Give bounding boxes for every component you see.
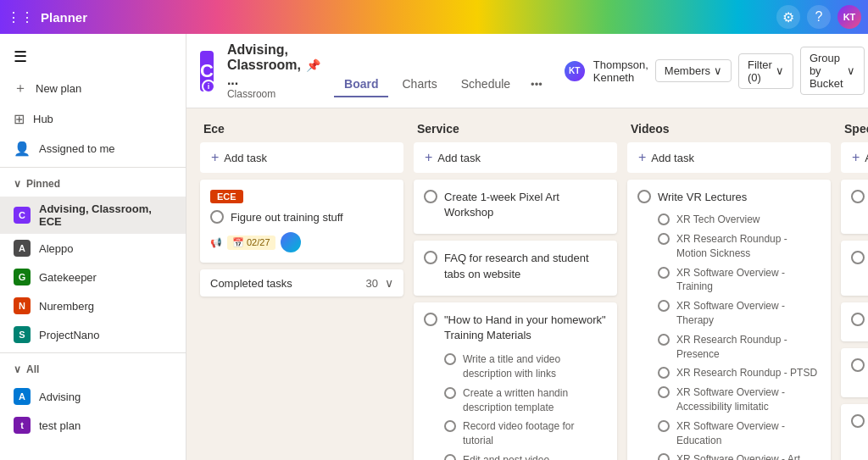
sidebar-item-gatekeeper[interactable]: G Gatekeeper: [0, 263, 186, 291]
tab-board[interactable]: Board: [334, 72, 388, 97]
completed-count: 30: [366, 277, 378, 290]
topbar-left: ⋮⋮ Planner: [7, 9, 87, 25]
column-ece: Ece + Add task ECE Figure out training s…: [200, 122, 403, 446]
user-avatar[interactable]: KT: [837, 5, 861, 29]
task-checkbox-training-mat[interactable]: [424, 313, 437, 326]
task-card-vr-lectures[interactable]: Write VR Lectures XR Tech Overview XR Re…: [627, 180, 831, 460]
task-row-training: Figure out training stuff: [210, 210, 393, 225]
sidebar: ☰ ＋ New plan ⊞ Hub 👤 Assigned to me ∨ Pi…: [0, 34, 186, 460]
task-checkbox-elder[interactable]: [851, 313, 865, 326]
assigned-label: Assigned to me: [39, 142, 115, 155]
task-card-student-sched[interactable]: Student Schedu... https://bcileau-prod2.…: [841, 404, 868, 460]
subtask-checkbox[interactable]: [444, 387, 456, 399]
sidebar-item-nuremberg[interactable]: N Nuremberg: [0, 291, 186, 320]
apps-grid-icon[interactable]: ⋮⋮: [7, 9, 34, 25]
subtask-title: Write a title and video description with…: [463, 352, 607, 381]
task-link-ss2[interactable]: https://forms.gle/...: [851, 377, 868, 387]
sidebar-item-projectnano[interactable]: S ProjectNano: [0, 320, 186, 349]
tag-ece: ECE: [210, 190, 243, 203]
tab-charts[interactable]: Charts: [392, 72, 447, 97]
task-card-faq[interactable]: FAQ for research and student tabs on web…: [414, 241, 617, 295]
subtask-cb[interactable]: [658, 453, 670, 460]
completed-tasks-row[interactable]: Completed tasks 30 ∨: [200, 269, 403, 297]
menu-button[interactable]: ☰: [0, 41, 186, 73]
task-card-training[interactable]: ECE Figure out training stuff 📢 📅 02/27: [200, 180, 403, 263]
divider-2: [0, 352, 186, 353]
filter-button[interactable]: Filter (0) ∨: [738, 53, 793, 89]
subtask-cb[interactable]: [658, 233, 670, 245]
settings-icon[interactable]: ⚙: [776, 5, 800, 29]
task-card-sit-down[interactable]: Sit down with C... story in the arc...: [841, 180, 868, 234]
hamburger-icon: ☰: [14, 47, 27, 66]
task-meta-training: 📢 📅 02/27: [210, 232, 393, 252]
sidebar-item-advising-ece[interactable]: C Advising, Classroom, ECE: [0, 197, 186, 234]
add-task-service[interactable]: + Add task: [414, 142, 617, 173]
subtask-checkbox[interactable]: [444, 454, 456, 460]
subtask-xr4: XR Software Overview - Therapy: [676, 299, 821, 328]
task-link-sched[interactable]: https://bcileau-prod2.its.uconn.e b710-4…: [851, 433, 868, 460]
subtask-xr2: XR Research Roundup - Motion Sickness: [676, 232, 821, 261]
subtask-item-xr9: XR Software Overview - Art: [658, 450, 821, 460]
subtask-cb[interactable]: [658, 213, 670, 225]
task-checkbox-sched[interactable]: [851, 414, 865, 428]
assigned-nav[interactable]: 👤 Assigned to me: [0, 134, 186, 163]
plan-header-right: KT Thompson, Kenneth Members ∨ Filter (0…: [563, 47, 865, 95]
emoji-icon: 📢: [210, 237, 222, 248]
get-app-link[interactable]: 📱 Get the Planner app: [0, 453, 186, 460]
pin-icon[interactable]: 📌: [306, 58, 320, 72]
plan-label-advising: Advising: [39, 391, 81, 403]
sidebar-item-advising[interactable]: A Advising: [0, 382, 186, 411]
plan-avatar-t: t: [14, 417, 31, 434]
add-task-special[interactable]: + Add task: [841, 142, 868, 173]
task-row-mailing: Create Mailing game testing (r Psycholog…: [851, 251, 868, 281]
subtask-xr1: XR Tech Overview: [676, 213, 760, 227]
topbar-right: ⚙ ? KT: [776, 5, 861, 29]
plan-avatar-s: S: [14, 326, 31, 343]
task-row-sit-down: Sit down with C... story in the arc...: [851, 190, 868, 220]
task-checkbox-vr[interactable]: [637, 190, 651, 203]
plan-avatar-a2: A: [14, 388, 31, 405]
tab-schedule[interactable]: Schedule: [451, 72, 520, 97]
subtask-cb[interactable]: [658, 267, 670, 279]
new-plan-nav[interactable]: ＋ New plan: [0, 73, 186, 104]
group-by-button[interactable]: Group by Bucket ∨: [800, 47, 865, 95]
task-checkbox-faq[interactable]: [424, 251, 437, 264]
filter-label: Filter (0): [748, 58, 772, 84]
subtask-xr8: XR Software Overview - Education: [676, 419, 821, 448]
task-card-training-materials[interactable]: "How to Hand in your homework" Training …: [414, 302, 617, 460]
subtask-cb[interactable]: [658, 300, 670, 312]
subtask-cb[interactable]: [658, 386, 670, 398]
pinned-section-header[interactable]: ∨ Pinned: [0, 171, 186, 197]
subtask-checkbox[interactable]: [444, 353, 456, 365]
task-checkbox-mailing[interactable]: [851, 251, 865, 264]
help-icon[interactable]: ?: [807, 5, 831, 29]
subtask-title: Record video footage for tutorial: [463, 419, 607, 448]
more-nav-icon[interactable]: •••: [524, 73, 549, 96]
sidebar-item-aleppo[interactable]: A Aleppo: [0, 234, 186, 263]
add-task-ece[interactable]: + Add task: [200, 142, 403, 173]
task-card-elder-care[interactable]: Elder Care facil...: [841, 302, 868, 341]
task-card-student-success-2[interactable]: Student Succes... https://forms.gle/...: [841, 348, 868, 397]
task-checkbox-pixel[interactable]: [424, 190, 437, 203]
sidebar-item-testplan[interactable]: t test plan: [0, 411, 186, 440]
subtask-cb[interactable]: [658, 367, 670, 379]
board: Ece + Add task ECE Figure out training s…: [186, 108, 868, 460]
plan-nav-area: Board Charts Schedule •••: [334, 45, 549, 97]
subtask-item-xr2: XR Research Roundup - Motion Sickness: [658, 230, 821, 263]
hub-nav[interactable]: ⊞ Hub: [0, 104, 186, 134]
subtask-cb[interactable]: [658, 420, 670, 432]
task-title-training: Figure out training stuff: [231, 210, 343, 225]
subtask-cb[interactable]: [658, 334, 670, 346]
task-title-faq: FAQ for research and student tabs on web…: [444, 251, 607, 281]
task-card-pixel-art[interactable]: Create 1-week Pixel Art Workshop: [414, 180, 617, 234]
members-button[interactable]: Members ∨: [655, 59, 732, 82]
task-checkbox-sit-down[interactable]: [851, 190, 865, 203]
add-task-videos[interactable]: + Add task: [627, 142, 831, 173]
member-avatar-kt[interactable]: KT: [563, 59, 587, 83]
all-section-header[interactable]: ∨ All: [0, 357, 186, 382]
subtask-item: Create a written handin description temp…: [444, 384, 607, 418]
task-checkbox-training[interactable]: [210, 210, 224, 224]
task-checkbox-ss2[interactable]: [851, 358, 865, 372]
task-card-mailing[interactable]: Create Mailing game testing (r Psycholog…: [841, 241, 868, 295]
subtask-checkbox[interactable]: [444, 420, 456, 432]
